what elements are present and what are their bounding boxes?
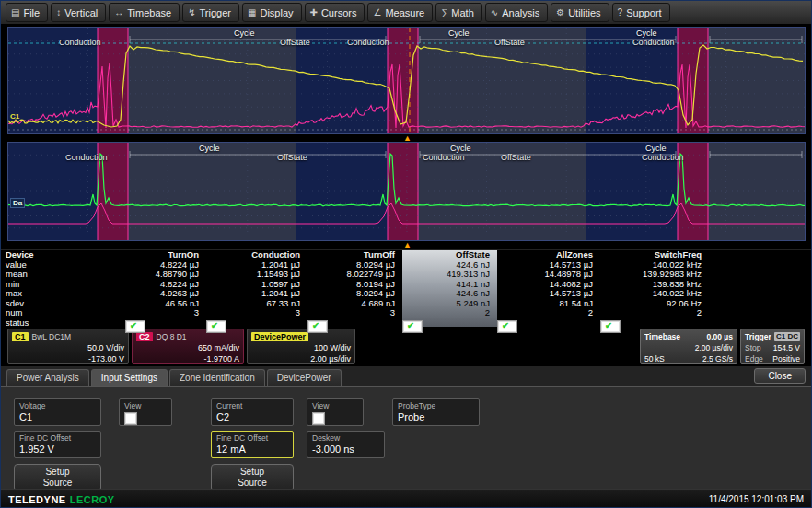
table-cell[interactable]: 139.92983 kHz xyxy=(600,270,709,280)
menu-item-display[interactable]: ▦Display xyxy=(242,3,302,22)
fine-dc-offset-voltage-field[interactable]: Fine DC Offset 1.952 V xyxy=(14,431,101,458)
table-cell[interactable]: 8.0294 µJ xyxy=(307,260,402,271)
table-cell[interactable]: 5.249 nJ xyxy=(402,299,497,309)
table-cell[interactable]: 8.022749 µJ xyxy=(307,270,402,280)
table-cell[interactable]: 4.88790 µJ xyxy=(125,270,206,280)
menu-item-measure[interactable]: ∠Measure xyxy=(367,3,433,22)
table-cell[interactable]: 1.15493 µJ xyxy=(206,270,307,280)
table-cell[interactable]: 81.54 nJ xyxy=(497,299,600,309)
menu-item-support[interactable]: ?Support xyxy=(612,3,670,22)
table-cell[interactable]: 8.0294 µJ xyxy=(307,289,402,299)
table-cell[interactable]: 4.8224 µJ xyxy=(125,260,206,271)
channel-descriptor-c2[interactable]: C2 DQ 8 D1 650 mA/div -1.9700 A xyxy=(132,329,244,364)
table-cell[interactable]: 67.33 nJ xyxy=(206,299,307,309)
trigger-descriptor[interactable]: Trigger C1 DC Stop 154.5 V Edge Positive xyxy=(740,329,805,364)
voltage-field-value: C1 xyxy=(19,411,96,422)
table-cell[interactable]: 139.838 kHz xyxy=(600,280,709,290)
waveform-grid-bottom[interactable]: CycleCycleCycleConductionOffStateConduct… xyxy=(7,142,806,241)
table-cell[interactable]: 414.1 nJ xyxy=(402,280,497,290)
table-cell[interactable]: 14.48978 µJ xyxy=(497,270,600,280)
table-row-label[interactable]: mean xyxy=(1,270,125,280)
table-cell[interactable]: 424.6 nJ xyxy=(402,289,497,299)
table-header-cell[interactable]: Device xyxy=(1,250,125,260)
table-cell[interactable]: 46.56 nJ xyxy=(125,299,206,309)
table-cell[interactable]: ✔ xyxy=(497,320,517,333)
voltage-field[interactable]: Voltage C1 xyxy=(14,398,101,426)
table-row-label[interactable]: sdev xyxy=(1,299,125,309)
close-button[interactable]: Close xyxy=(754,368,806,384)
table-cell[interactable]: 2 xyxy=(497,308,600,318)
trigger-time-marker-top[interactable]: ▲ xyxy=(403,134,412,142)
trigger-slope: Positive xyxy=(772,353,800,364)
setup-source-voltage-button[interactable]: Setup Source xyxy=(14,464,101,491)
table-cell[interactable]: 8.0194 µJ xyxy=(307,280,402,290)
table-cell[interactable]: 92.06 Hz xyxy=(600,299,709,309)
table-cell[interactable]: ✔ xyxy=(206,320,226,333)
menu-item-vertical[interactable]: ↕Vertical xyxy=(51,3,106,22)
tab-devicepower[interactable]: DevicePower xyxy=(267,369,342,386)
table-cell[interactable]: 3 xyxy=(307,308,402,318)
tab-power-analysis[interactable]: Power Analysis xyxy=(6,369,89,386)
table-cell[interactable]: 419.313 nJ xyxy=(402,270,497,280)
deskew-field[interactable]: Deskew -3.000 ns xyxy=(307,431,385,458)
timebase-descriptor[interactable]: Timebase 0.00 µs 2.00 µs/div 50 kS 2.5 G… xyxy=(640,329,737,364)
timebase-samples: 50 kS xyxy=(644,353,665,364)
table-header-cell[interactable]: Conduction xyxy=(206,250,307,260)
menu-item-utilities[interactable]: ⚙Utilities xyxy=(551,3,609,22)
menu-item-timebase[interactable]: ↔Timebase xyxy=(109,3,180,22)
tab-input-settings[interactable]: Input Settings xyxy=(91,369,168,386)
menu-item-analysis[interactable]: ∿Analysis xyxy=(485,3,548,22)
table-header-cell[interactable]: OffState xyxy=(402,250,497,260)
channel-descriptor-devicepower[interactable]: DevicePower 100 W/div 2.00 µs/div xyxy=(247,329,355,364)
table-row-label[interactable]: value xyxy=(1,260,125,271)
table-cell[interactable]: ✔ xyxy=(125,320,145,333)
table-row-label[interactable]: max xyxy=(1,289,125,299)
view-voltage-checkbox[interactable] xyxy=(124,412,137,425)
menu-item-trigger[interactable]: ↯Trigger xyxy=(182,3,239,22)
table-cell[interactable]: 2 xyxy=(600,308,709,318)
table-cell[interactable]: 3 xyxy=(125,308,206,318)
current-field[interactable]: Current C2 xyxy=(211,398,294,426)
table-cell[interactable]: 1.2041 µJ xyxy=(206,289,307,299)
setup-source-current-button[interactable]: Setup Source xyxy=(211,464,294,491)
menu-item-file[interactable]: ▤File xyxy=(6,3,48,22)
fine-dc-offset-current-field[interactable]: Fine DC Offset 12 mA xyxy=(211,431,294,458)
table-cell[interactable]: ✔ xyxy=(402,320,423,333)
menu-item-cursors[interactable]: ✚Cursors xyxy=(305,3,365,22)
trigger-time-marker-bottom[interactable]: ▲ xyxy=(403,241,412,248)
table-cell[interactable]: 14.4082 µJ xyxy=(497,280,600,290)
channel-descriptor-c1[interactable]: C1 BwL DC1M 50.0 V/div -173.00 V xyxy=(7,329,129,364)
probe-type-field[interactable]: ProbeType Probe xyxy=(392,398,480,426)
table-header-cell[interactable]: SwitchFreq xyxy=(600,250,709,260)
table-header-cell[interactable]: TurnOn xyxy=(125,250,206,260)
trace-label-c1[interactable]: C1 xyxy=(10,112,19,121)
table-cell[interactable]: 14.5713 µJ xyxy=(497,260,600,271)
table-cell[interactable]: 1.2041 µJ xyxy=(206,260,307,271)
waveform-grid-top[interactable]: CycleCycleCycleConductionOffStateConduct… xyxy=(7,27,806,134)
table-row-label[interactable]: min xyxy=(1,280,125,290)
menu-item-math[interactable]: ∑Math xyxy=(435,3,482,22)
trace-label-devicepower[interactable]: Da xyxy=(10,198,25,208)
support-icon: ? xyxy=(618,7,623,17)
table-cell[interactable]: 140.022 kHz xyxy=(600,260,709,271)
table-row-label[interactable]: num xyxy=(1,308,125,318)
table-header-cell[interactable]: TurnOff xyxy=(307,250,402,260)
table-header-cell[interactable]: AllZones xyxy=(497,250,600,260)
table-row-label[interactable]: status xyxy=(1,318,125,333)
table-cell[interactable]: 1.0597 µJ xyxy=(206,280,307,290)
table-cell[interactable]: ✔ xyxy=(307,320,328,333)
table-cell[interactable]: 4.9263 µJ xyxy=(125,289,206,299)
brand-teledyne: TELEDYNE xyxy=(8,494,66,505)
table-cell[interactable]: 2 xyxy=(402,308,497,318)
view-current-checkbox[interactable] xyxy=(312,412,325,425)
table-cell[interactable]: ✔ xyxy=(600,320,621,333)
table-cell[interactable]: 14.5713 µJ xyxy=(497,289,600,299)
view-current-group[interactable]: View xyxy=(307,398,364,426)
table-cell[interactable]: 4.689 nJ xyxy=(307,299,402,309)
table-cell[interactable]: 424.6 nJ xyxy=(402,260,497,271)
view-voltage-group[interactable]: View xyxy=(119,398,172,426)
table-cell[interactable]: 140.022 kHz xyxy=(600,289,709,299)
table-cell[interactable]: 3 xyxy=(206,308,307,318)
tab-zone-identification[interactable]: Zone Identification xyxy=(169,369,265,386)
table-cell[interactable]: 4.8224 µJ xyxy=(125,280,206,290)
